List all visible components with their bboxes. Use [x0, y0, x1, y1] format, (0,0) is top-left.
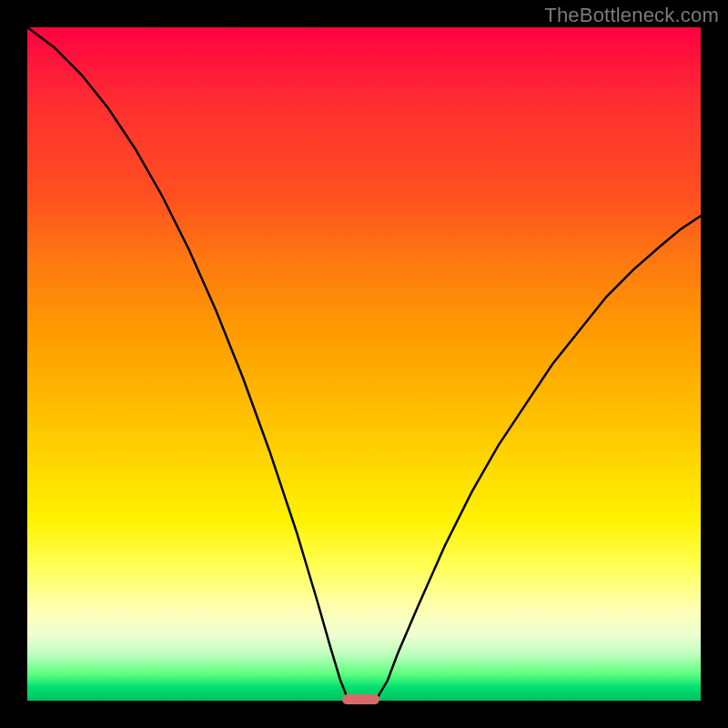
left-curve: [27, 27, 348, 697]
plot-area: [27, 27, 701, 701]
chart-canvas: TheBottleneck.com: [0, 0, 728, 728]
minimum-marker: [342, 694, 379, 705]
right-curve: [378, 216, 701, 697]
watermark-text: TheBottleneck.com: [544, 4, 719, 27]
curve-layer: [27, 27, 701, 701]
